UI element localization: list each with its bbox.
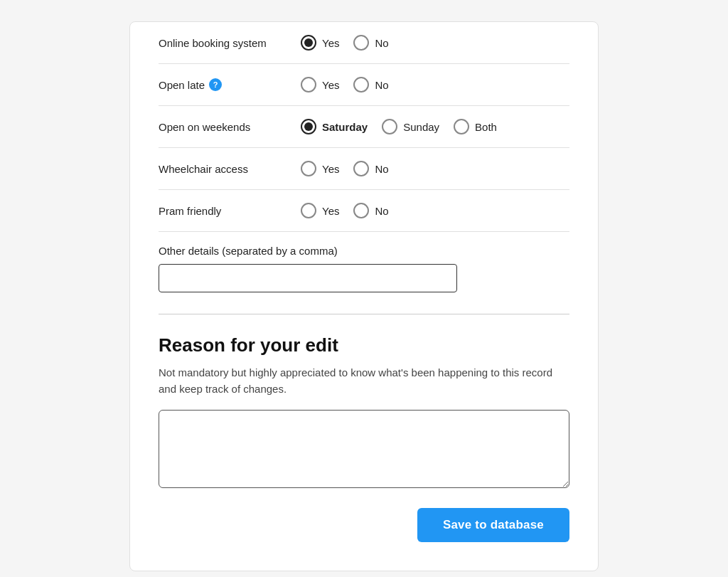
online-booking-label: Online booking system xyxy=(159,37,301,49)
online-booking-options: Yes No xyxy=(301,35,389,51)
wheelchair-no-option[interactable]: No xyxy=(353,161,388,176)
wheelchair-label: Wheelchair access xyxy=(159,163,301,175)
wheelchair-row: Wheelchair access Yes No xyxy=(159,148,569,190)
open-weekends-row: Open on weekends Saturday Sunday Both xyxy=(159,106,569,148)
wheelchair-no-label: No xyxy=(375,163,388,175)
open-weekends-saturday-option[interactable]: Saturday xyxy=(301,119,368,134)
reason-title: Reason for your edit xyxy=(159,334,569,356)
open-late-yes-label: Yes xyxy=(322,79,339,91)
open-late-help-icon[interactable]: ? xyxy=(209,78,222,91)
wheelchair-yes-label: Yes xyxy=(322,163,339,175)
open-late-label: Open late ? xyxy=(159,78,301,91)
pram-friendly-yes-option[interactable]: Yes xyxy=(301,203,339,218)
online-booking-yes-option[interactable]: Yes xyxy=(301,35,339,51)
pram-friendly-no-option[interactable]: No xyxy=(353,203,388,218)
pram-friendly-yes-radio[interactable] xyxy=(301,203,316,218)
online-booking-yes-label: Yes xyxy=(322,37,339,49)
pram-friendly-label: Pram friendly xyxy=(159,205,301,217)
open-late-no-radio[interactable] xyxy=(353,77,369,92)
reason-section: Reason for your edit Not mandatory but h… xyxy=(159,334,569,491)
wheelchair-yes-radio[interactable] xyxy=(301,161,316,176)
open-weekends-options: Saturday Sunday Both xyxy=(301,119,497,134)
other-details-section: Other details (separated by a comma) xyxy=(159,232,569,300)
open-weekends-sunday-radio[interactable] xyxy=(382,119,397,134)
other-details-label: Other details (separated by a comma) xyxy=(159,245,569,257)
reason-textarea[interactable] xyxy=(159,410,569,488)
section-divider xyxy=(159,314,569,314)
pram-friendly-options: Yes No xyxy=(301,203,389,218)
reason-description: Not mandatory but highly appreciated to … xyxy=(159,365,569,397)
pram-friendly-no-radio[interactable] xyxy=(353,203,369,218)
open-weekends-both-radio[interactable] xyxy=(454,119,469,134)
online-booking-no-option[interactable]: No xyxy=(353,35,388,51)
online-booking-no-label: No xyxy=(375,37,388,49)
open-weekends-label: Open on weekends xyxy=(159,121,301,133)
pram-friendly-no-label: No xyxy=(375,205,388,217)
save-button-row: Save to database xyxy=(159,508,569,542)
open-late-options: Yes No xyxy=(301,77,389,92)
open-late-no-option[interactable]: No xyxy=(353,77,388,92)
open-late-row: Open late ? Yes No xyxy=(159,64,569,106)
pram-friendly-row: Pram friendly Yes No xyxy=(159,190,569,232)
save-to-database-button[interactable]: Save to database xyxy=(417,508,569,542)
wheelchair-yes-option[interactable]: Yes xyxy=(301,161,339,176)
online-booking-row: Online booking system Yes No xyxy=(159,22,569,64)
open-late-yes-option[interactable]: Yes xyxy=(301,77,339,92)
open-weekends-saturday-label: Saturday xyxy=(322,121,368,133)
wheelchair-no-radio[interactable] xyxy=(353,161,369,176)
open-weekends-saturday-radio[interactable] xyxy=(301,119,316,134)
open-weekends-both-label: Both xyxy=(475,121,497,133)
online-booking-no-radio[interactable] xyxy=(353,35,369,51)
open-weekends-sunday-option[interactable]: Sunday xyxy=(382,119,439,134)
open-weekends-sunday-label: Sunday xyxy=(403,121,439,133)
wheelchair-options: Yes No xyxy=(301,161,389,176)
online-booking-yes-radio[interactable] xyxy=(301,35,316,51)
open-late-yes-radio[interactable] xyxy=(301,77,316,92)
open-weekends-both-option[interactable]: Both xyxy=(454,119,497,134)
other-details-input[interactable] xyxy=(159,264,457,292)
pram-friendly-yes-label: Yes xyxy=(322,205,339,217)
form-card: Online booking system Yes No Open late ?… xyxy=(129,21,599,571)
open-late-no-label: No xyxy=(375,79,388,91)
